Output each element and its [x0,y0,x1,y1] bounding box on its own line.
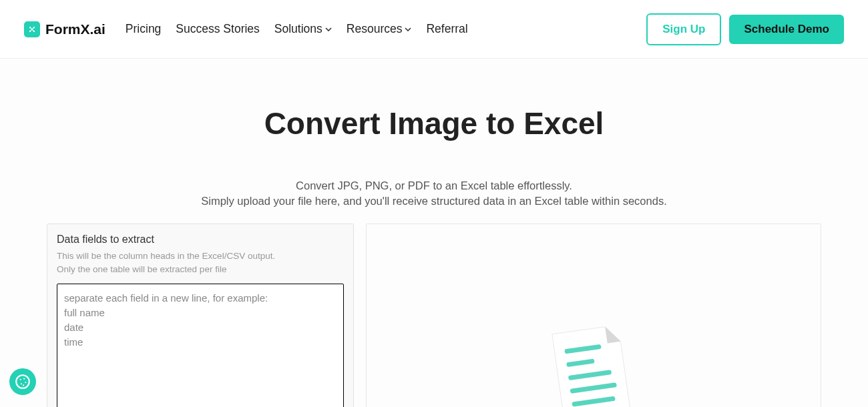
site-header: FormX.ai Pricing Success Stories Solutio… [0,0,868,59]
cookie-icon [14,373,31,390]
svg-point-18 [23,384,24,386]
svg-point-16 [25,382,26,383]
fields-panel: Data fields to extract This will be the … [47,224,354,407]
fields-heading: Data fields to extract [57,234,344,246]
fields-hint: This will be the column heads in the Exc… [57,250,344,276]
chevron-down-icon [405,27,411,31]
signup-button[interactable]: Sign Up [646,13,721,45]
schedule-demo-button[interactable]: Schedule Demo [729,15,844,44]
logo-icon [24,21,40,37]
main-content: Convert Image to Excel Convert JPG, PNG,… [0,59,868,407]
brand-logo[interactable]: FormX.ai [24,21,105,37]
upload-panel[interactable] [366,224,821,407]
fields-textarea[interactable] [57,284,344,407]
panels-row: Data fields to extract This will be the … [47,224,821,407]
cookie-settings-button[interactable] [9,368,36,395]
nav-pricing[interactable]: Pricing [126,22,162,36]
subtitle-line-1: Convert JPG, PNG, or PDF to an Excel tab… [0,178,868,193]
svg-point-15 [23,378,25,380]
page-title: Convert Image to Excel [0,105,868,141]
nav-referral[interactable]: Referral [426,22,467,36]
nav-resources[interactable]: Resources [347,22,412,36]
upload-illustration [533,322,654,407]
subtitle-line-2: Simply upload your file here, and you'll… [0,193,868,209]
brand-name: FormX.ai [45,21,105,37]
svg-point-17 [21,383,22,384]
nav-success-stories[interactable]: Success Stories [176,22,259,36]
svg-point-13 [16,375,29,388]
chevron-down-icon [325,27,332,31]
svg-point-14 [20,379,21,380]
main-nav: Pricing Success Stories Solutions Resour… [126,22,468,36]
nav-solutions[interactable]: Solutions [274,22,332,36]
